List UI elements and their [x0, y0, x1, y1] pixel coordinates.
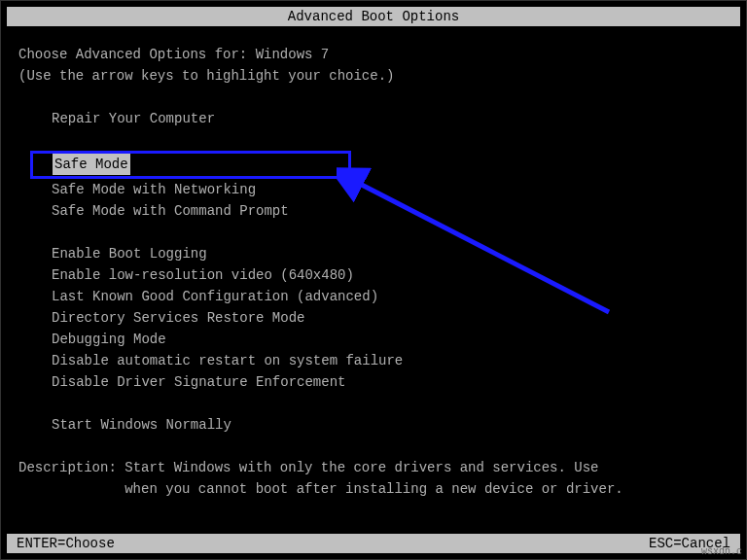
description-label: Description:	[18, 460, 117, 475]
hint: (Use the arrow keys to highlight your ch…	[18, 65, 729, 87]
footer-bar: ENTER=Choose ESC=Cancel	[7, 534, 740, 553]
menu-item-ds-restore[interactable]: Directory Services Restore Mode	[50, 307, 729, 329]
menu-item-repair[interactable]: Repair Your Computer	[50, 108, 729, 129]
menu-spacer	[50, 129, 729, 151]
title-bar: Advanced Boot Options	[7, 7, 740, 26]
description-line1: Start Windows with only the core drivers…	[124, 460, 598, 475]
footer-enter: ENTER=Choose	[17, 536, 115, 551]
heading: Choose Advanced Options for: Windows 7	[18, 44, 729, 65]
watermark: wsxdn.c	[701, 546, 742, 557]
menu-spacer	[50, 393, 729, 414]
boot-menu[interactable]: Repair Your Computer Safe Mode Safe Mode…	[50, 108, 729, 436]
menu-item-last-known-good[interactable]: Last Known Good Configuration (advanced)	[50, 286, 729, 307]
menu-spacer	[50, 222, 729, 243]
menu-item-safe-mode[interactable]: Safe Mode	[53, 154, 130, 176]
menu-item-boot-logging[interactable]: Enable Boot Logging	[50, 243, 729, 264]
menu-item-start-normally[interactable]: Start Windows Normally	[50, 414, 729, 436]
description-line2: when you cannot boot after installing a …	[124, 481, 622, 497]
menu-item-selected-highlight[interactable]: Safe Mode	[30, 151, 351, 179]
description-block: Description: Start Windows with only the…	[18, 457, 729, 500]
content-area: Choose Advanced Options for: Windows 7 (…	[1, 26, 746, 500]
menu-item-disable-sig[interactable]: Disable Driver Signature Enforcement	[50, 371, 729, 393]
menu-item-debugging[interactable]: Debugging Mode	[50, 329, 729, 350]
menu-item-safe-mode-networking[interactable]: Safe Mode with Networking	[50, 179, 729, 200]
title-text: Advanced Boot Options	[288, 9, 459, 24]
menu-item-disable-restart[interactable]: Disable automatic restart on system fail…	[50, 350, 729, 371]
menu-item-low-res[interactable]: Enable low-resolution video (640x480)	[50, 264, 729, 286]
menu-item-safe-mode-cmd[interactable]: Safe Mode with Command Prompt	[50, 200, 729, 222]
